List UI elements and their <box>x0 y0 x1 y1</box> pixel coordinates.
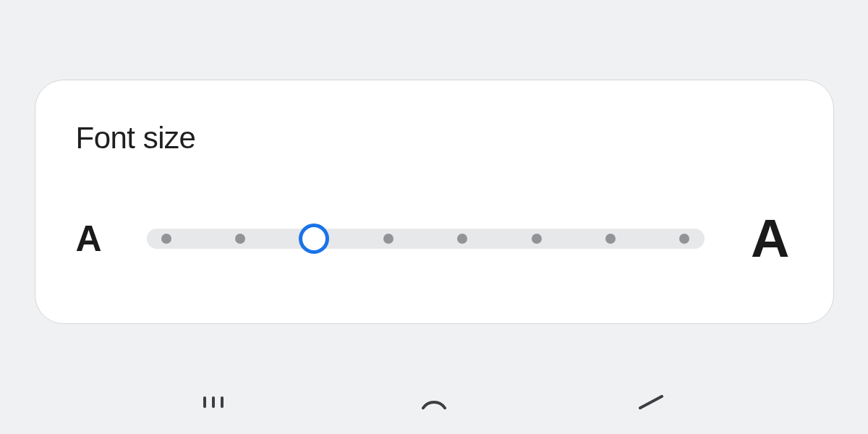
card-title: Font size <box>76 121 790 156</box>
slider-tick-2[interactable] <box>309 234 319 244</box>
slider-tick-7[interactable] <box>679 234 689 244</box>
slider-tick-4[interactable] <box>457 234 467 244</box>
slider-tick-6[interactable] <box>605 234 616 244</box>
font-size-slider[interactable] <box>147 229 705 249</box>
slider-tick-0[interactable] <box>161 234 171 244</box>
nav-icon-left[interactable] <box>188 388 246 417</box>
slider-tick-3[interactable] <box>383 234 393 244</box>
font-size-max-indicator: A <box>710 212 790 265</box>
svg-line-3 <box>640 396 662 408</box>
font-size-card: Font size A A <box>35 80 834 324</box>
slider-thumb[interactable] <box>299 224 329 254</box>
nav-bar-partial <box>109 373 760 417</box>
nav-icon-center[interactable] <box>405 388 463 417</box>
slider-tick-5[interactable] <box>532 234 542 244</box>
font-size-slider-row: A A <box>76 212 790 265</box>
nav-icon-right[interactable] <box>622 388 680 417</box>
font-size-min-indicator: A <box>76 221 141 257</box>
slider-tick-1[interactable] <box>235 234 245 244</box>
